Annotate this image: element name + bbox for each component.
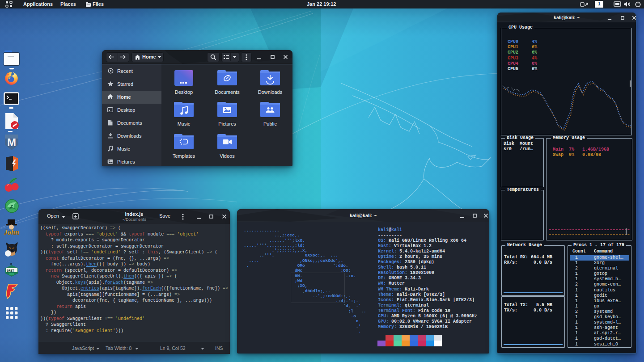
svg-text:John: John xyxy=(4,228,19,236)
svg-text:GRET: GRET xyxy=(7,269,14,273)
svg-text:Z: Z xyxy=(10,204,13,209)
svg-text:M: M xyxy=(7,136,16,148)
